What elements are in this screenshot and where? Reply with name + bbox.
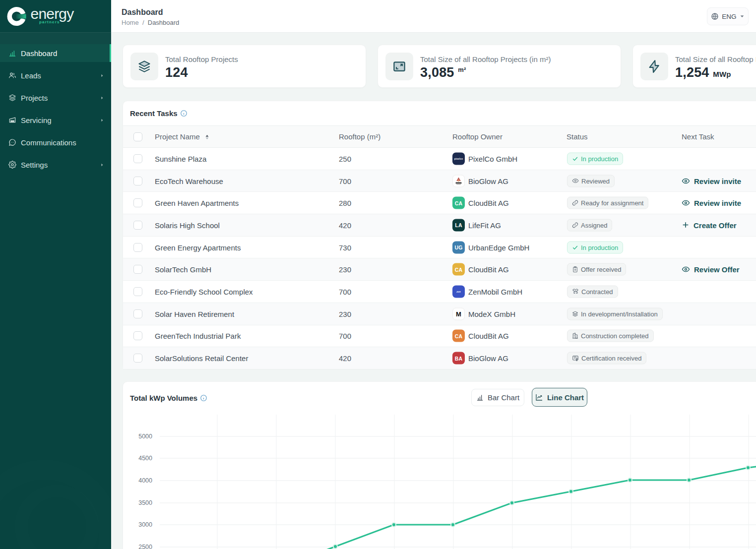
svg-text:4000: 4000 — [138, 477, 152, 484]
svg-text:3000: 3000 — [138, 521, 152, 528]
svg-text:partners: partners — [39, 20, 60, 24]
svg-text:3500: 3500 — [138, 499, 152, 506]
svg-text:2500: 2500 — [138, 544, 152, 549]
svg-text:4500: 4500 — [138, 455, 152, 462]
svg-text:5000: 5000 — [138, 433, 152, 440]
